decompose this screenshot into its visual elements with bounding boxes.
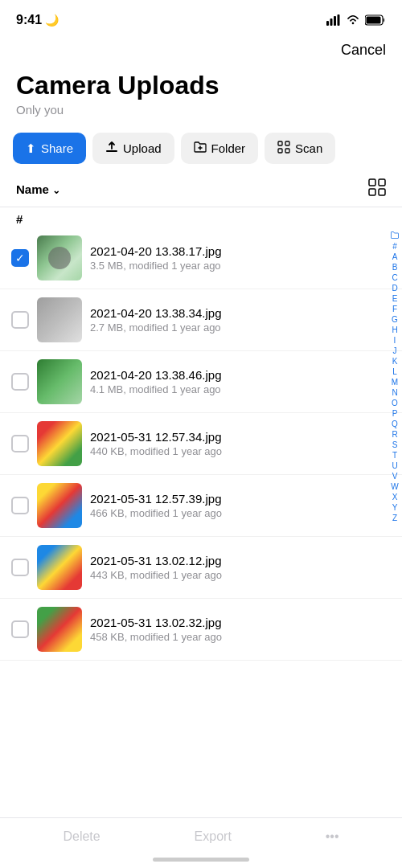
file-thumbnail xyxy=(37,545,82,590)
delete-button[interactable]: Delete xyxy=(63,829,100,844)
alpha-letter[interactable]: F xyxy=(392,304,397,314)
file-meta: 3.5 MB, modified 1 year ago xyxy=(90,260,386,272)
alpha-letter[interactable]: M xyxy=(392,377,398,387)
upload-label: Upload xyxy=(123,141,162,155)
signal-icon xyxy=(326,14,341,26)
alpha-letter[interactable]: C xyxy=(392,272,397,283)
svg-rect-16 xyxy=(369,189,375,195)
alpha-index: #ABCDEFGHIJKLMNOPQRSTUVWXYZ xyxy=(388,227,402,725)
folder-button[interactable]: Folder xyxy=(181,133,259,164)
header: Cancel xyxy=(0,35,402,65)
svg-rect-12 xyxy=(278,149,282,153)
file-checkbox[interactable] xyxy=(11,435,29,452)
alpha-letter[interactable]: X xyxy=(392,492,398,502)
alpha-letter[interactable]: U xyxy=(392,461,397,471)
subtitle: Only you xyxy=(16,103,386,117)
file-checkbox[interactable] xyxy=(11,559,29,576)
alpha-letter[interactable]: O xyxy=(392,398,398,408)
alpha-letter[interactable]: D xyxy=(392,283,397,293)
file-info: 2021-05-31 12.57.34.jpg440 KB, modified … xyxy=(90,430,386,457)
alpha-letter[interactable]: E xyxy=(392,293,398,304)
alpha-letter[interactable]: Z xyxy=(392,513,397,523)
export-button[interactable]: Export xyxy=(195,829,232,844)
file-checkbox[interactable]: ✓ xyxy=(11,249,29,267)
svg-rect-11 xyxy=(285,141,289,145)
list-item: 2021-04-20 13.38.34.jpg2.7 MB, modified … xyxy=(0,289,402,351)
alpha-letter[interactable]: # xyxy=(392,241,397,252)
action-row: ⬆ Share Upload Folder xyxy=(0,125,402,172)
file-info: 2021-04-20 13.38.34.jpg2.7 MB, modified … xyxy=(90,306,386,334)
alpha-letter[interactable]: H xyxy=(392,325,397,335)
svg-rect-2 xyxy=(334,16,336,26)
alpha-letter[interactable]: I xyxy=(394,335,396,346)
moon-icon: 🌙 xyxy=(45,14,59,27)
list-item: 2021-05-31 12.57.39.jpg466 KB, modified … xyxy=(0,475,402,537)
file-meta: 466 KB, modified 1 year ago xyxy=(90,507,386,519)
status-time: 9:41 xyxy=(16,13,42,27)
share-label: Share xyxy=(41,141,73,155)
svg-rect-15 xyxy=(379,179,385,186)
sort-control[interactable]: Name ⌄ xyxy=(16,182,60,196)
svg-point-4 xyxy=(352,23,355,25)
folder-icon xyxy=(194,141,207,155)
wifi-icon xyxy=(346,14,360,26)
upload-button[interactable]: Upload xyxy=(92,133,174,164)
file-checkbox[interactable] xyxy=(11,497,29,514)
alpha-letter[interactable]: Y xyxy=(392,502,398,513)
alpha-letter[interactable]: Q xyxy=(392,419,398,429)
alpha-letter[interactable]: J xyxy=(393,346,397,356)
file-meta: 443 KB, modified 1 year ago xyxy=(90,569,386,581)
svg-rect-3 xyxy=(338,14,340,26)
file-thumbnail xyxy=(37,297,82,342)
svg-rect-10 xyxy=(278,141,282,145)
alpha-letter[interactable]: T xyxy=(392,450,397,461)
file-name: 2021-04-20 13.38.34.jpg xyxy=(90,306,386,320)
alpha-letter[interactable]: L xyxy=(392,366,397,377)
page-title: Camera Uploads xyxy=(16,72,386,100)
status-bar: 9:41 🌙 xyxy=(0,0,402,35)
alpha-letter[interactable]: N xyxy=(392,387,397,398)
file-meta: 4.1 MB, modified 1 year ago xyxy=(90,383,386,395)
file-meta: 458 KB, modified 1 year ago xyxy=(90,631,386,643)
home-indicator xyxy=(153,858,249,862)
alpha-letter[interactable] xyxy=(391,231,399,241)
folder-label: Folder xyxy=(211,141,246,155)
svg-rect-0 xyxy=(326,21,329,26)
alpha-letter[interactable]: W xyxy=(391,481,398,492)
alpha-letter[interactable]: V xyxy=(392,471,398,481)
list-item: 2021-05-31 13.02.12.jpg443 KB, modified … xyxy=(0,537,402,599)
alpha-letter[interactable]: K xyxy=(392,356,398,366)
file-info: 2021-05-31 13.02.12.jpg443 KB, modified … xyxy=(90,554,386,581)
file-thumbnail xyxy=(37,483,82,528)
file-info: 2021-05-31 12.57.39.jpg466 KB, modified … xyxy=(90,492,386,519)
file-checkbox[interactable] xyxy=(11,620,29,638)
file-info: 2021-04-20 13.38.46.jpg4.1 MB, modified … xyxy=(90,368,386,395)
file-thumbnail xyxy=(37,607,82,652)
more-button[interactable]: ••• xyxy=(326,829,339,844)
scan-icon xyxy=(277,141,290,156)
alpha-letter[interactable]: B xyxy=(392,262,398,272)
chevron-down-icon: ⌄ xyxy=(52,185,60,196)
alpha-letter[interactable]: S xyxy=(392,440,398,450)
grid-view-button[interactable] xyxy=(368,178,386,200)
file-name: 2021-05-31 13.02.32.jpg xyxy=(90,616,386,629)
battery-icon xyxy=(365,14,386,26)
svg-rect-13 xyxy=(285,149,289,153)
share-button[interactable]: ⬆ Share xyxy=(13,133,86,164)
title-area: Camera Uploads Only you xyxy=(0,65,402,125)
file-thumbnail xyxy=(37,421,82,466)
scan-button[interactable]: Scan xyxy=(265,133,335,164)
alpha-letter[interactable]: P xyxy=(392,408,398,419)
share-icon: ⬆ xyxy=(26,141,36,156)
file-checkbox[interactable] xyxy=(11,311,29,329)
file-checkbox[interactable] xyxy=(11,373,29,391)
svg-rect-1 xyxy=(330,18,333,26)
file-info: 2021-05-31 13.02.32.jpg458 KB, modified … xyxy=(90,616,386,643)
cancel-button[interactable]: Cancel xyxy=(341,42,386,59)
upload-icon xyxy=(105,141,118,156)
alpha-letter[interactable]: R xyxy=(392,429,397,440)
list-item: ✓2021-04-20 13.38.17.jpg3.5 MB, modified… xyxy=(0,227,402,289)
alpha-letter[interactable]: A xyxy=(392,252,398,262)
alpha-letter[interactable]: G xyxy=(392,314,398,325)
file-name: 2021-05-31 13.02.12.jpg xyxy=(90,554,386,567)
